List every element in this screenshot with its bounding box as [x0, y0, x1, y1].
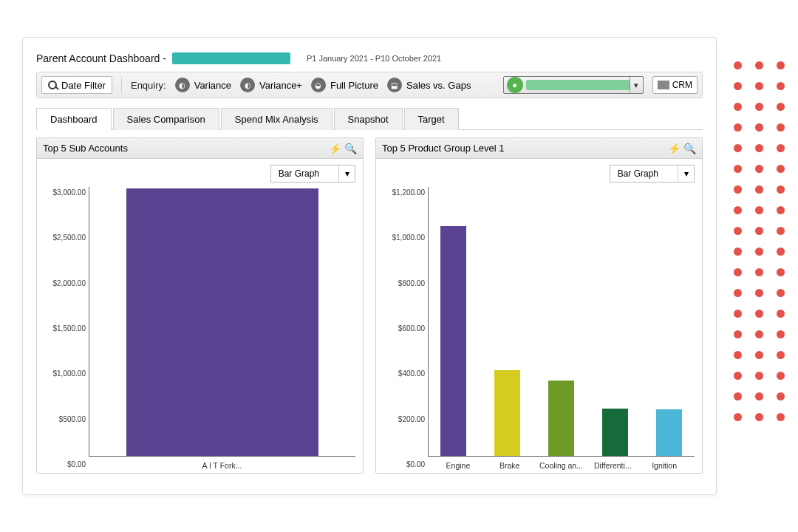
truck-icon	[658, 81, 669, 89]
panel-body: Bar Graph ▾ $3,000.00$2,500.00$2,000.00$…	[37, 159, 363, 473]
enquiry-variance[interactable]: ◐ Variance	[175, 78, 231, 92]
plot-area	[89, 187, 355, 457]
tab-dashboard[interactable]: Dashboard	[36, 108, 112, 130]
y-tick: $500.00	[59, 415, 86, 423]
sales-gaps-icon: ⬓	[387, 78, 402, 92]
y-tick: $600.00	[398, 324, 425, 332]
variance-plus-icon: ◐	[240, 78, 255, 92]
bar-column	[648, 187, 690, 457]
panel-header: Top 5 Sub Accounts ⚡ 🔍	[37, 138, 363, 159]
enquiry-item-label: Variance+	[259, 80, 302, 91]
divider	[121, 77, 122, 93]
bolt-icon[interactable]: ⚡	[329, 143, 341, 154]
crm-button[interactable]: CRM	[652, 76, 698, 94]
panel-tools: ⚡ 🔍	[668, 143, 696, 154]
plot-area	[428, 187, 695, 457]
panel-title: Top 5 Product Group Level 1	[382, 143, 505, 154]
bar[interactable]	[494, 370, 519, 457]
decorative-dot-grid	[734, 61, 794, 421]
panel-tools: ⚡ 🔍	[329, 143, 357, 154]
date-filter-label: Date Filter	[61, 80, 106, 91]
x-tick: Engine	[432, 461, 484, 470]
bar[interactable]	[440, 226, 466, 457]
enquiry-item-label: Sales vs. Gaps	[406, 80, 471, 91]
sub-accounts-panel: Top 5 Sub Accounts ⚡ 🔍 Bar Graph ▾ $3,00…	[36, 137, 364, 474]
enquiry-label: Enquiry:	[131, 80, 166, 91]
x-tick: Ignition	[638, 461, 690, 470]
date-filter-button[interactable]: Date Filter	[41, 76, 112, 94]
tab-spend-mix[interactable]: Spend Mix Analysis	[221, 108, 332, 130]
tab-target[interactable]: Target	[404, 108, 459, 130]
panel-title: Top 5 Sub Accounts	[43, 143, 128, 154]
user-name-redacted	[526, 80, 630, 90]
tab-sales-comparison[interactable]: Sales Comparison	[113, 108, 219, 130]
bar-column	[486, 187, 528, 457]
bar-column	[540, 187, 582, 457]
y-tick: $200.00	[398, 415, 425, 423]
enquiry-item-label: Full Picture	[330, 80, 378, 91]
y-tick: $0.00	[406, 460, 425, 468]
enquiry-variance-plus[interactable]: ◐ Variance+	[240, 78, 302, 92]
y-tick: $1,000.00	[392, 233, 426, 242]
x-axis-labels: EngineBrakeCooling an...Differenti...Ign…	[428, 457, 695, 470]
app-window: Parent Account Dashboard - P1 January 20…	[22, 37, 717, 495]
date-range: P1 January 2021 - P10 October 2021	[307, 54, 441, 63]
y-tick: $2,500.00	[53, 233, 86, 242]
full-picture-icon: ◒	[311, 78, 326, 92]
enquiry-item-label: Variance	[194, 80, 231, 91]
panel-row: Top 5 Sub Accounts ⚡ 🔍 Bar Graph ▾ $3,00…	[36, 137, 703, 474]
tab-snapshot[interactable]: Snapshot	[334, 108, 403, 130]
x-tick: Brake	[484, 461, 536, 470]
y-tick: $1,200.00	[392, 188, 426, 197]
user-selector[interactable]: ● ▾	[503, 76, 644, 94]
bar[interactable]	[126, 188, 318, 457]
user-avatar-icon: ●	[507, 77, 523, 93]
y-tick: $1,000.00	[53, 369, 86, 378]
y-axis: $1,200.00$1,000.00$800.00$600.00$400.00$…	[383, 187, 428, 470]
y-tick: $1,500.00	[53, 324, 86, 332]
panel-body: Bar Graph ▾ $1,200.00$1,000.00$800.00$60…	[376, 159, 702, 473]
bar-column	[432, 187, 474, 457]
page-title-row: Parent Account Dashboard - P1 January 20…	[36, 52, 703, 64]
toolbar: Date Filter Enquiry: ◐ Variance ◐ Varian…	[36, 72, 703, 98]
chevron-down-icon: ▾	[678, 166, 694, 182]
bar-column	[93, 187, 351, 457]
product-group-chart: $1,200.00$1,000.00$800.00$600.00$400.00$…	[383, 187, 695, 470]
bolt-icon[interactable]: ⚡	[668, 143, 681, 154]
enquiry-sales-vs-gaps[interactable]: ⬓ Sales vs. Gaps	[387, 78, 471, 92]
chart-type-select[interactable]: Bar Graph ▾	[270, 165, 355, 183]
sub-accounts-chart: $3,000.00$2,500.00$2,000.00$1,500.00$1,0…	[44, 187, 355, 470]
x-tick: A I T Fork...	[93, 461, 351, 470]
y-tick: $400.00	[398, 369, 425, 378]
y-tick: $2,000.00	[53, 279, 86, 287]
panel-header: Top 5 Product Group Level 1 ⚡ 🔍	[376, 138, 702, 159]
bar[interactable]	[656, 409, 681, 457]
chart-type-select[interactable]: Bar Graph ▾	[610, 165, 695, 183]
product-group-panel: Top 5 Product Group Level 1 ⚡ 🔍 Bar Grap…	[375, 137, 703, 474]
y-tick: $3,000.00	[53, 188, 86, 197]
search-icon	[48, 81, 57, 89]
enquiry-full-picture[interactable]: ◒ Full Picture	[311, 78, 378, 92]
chevron-down-icon: ▾	[630, 77, 643, 93]
chevron-down-icon: ▾	[338, 166, 355, 182]
bar-column	[594, 187, 636, 457]
y-tick: $0.00	[67, 460, 86, 468]
account-name-redacted	[172, 52, 290, 64]
zoom-icon[interactable]: 🔍	[683, 143, 696, 154]
y-tick: $800.00	[398, 279, 425, 287]
variance-icon: ◐	[175, 78, 190, 92]
zoom-icon[interactable]: 🔍	[344, 143, 357, 154]
bar[interactable]	[548, 381, 573, 457]
page-title: Parent Account Dashboard -	[36, 52, 166, 64]
bar[interactable]	[602, 409, 627, 457]
x-axis-labels: A I T Fork...	[89, 457, 355, 470]
x-tick: Cooling an...	[536, 461, 587, 470]
crm-label: CRM	[672, 80, 692, 90]
y-axis: $3,000.00$2,500.00$2,000.00$1,500.00$1,0…	[44, 187, 89, 470]
x-tick: Differenti...	[587, 461, 638, 470]
tab-bar: Dashboard Sales Comparison Spend Mix Ana…	[36, 107, 703, 130]
